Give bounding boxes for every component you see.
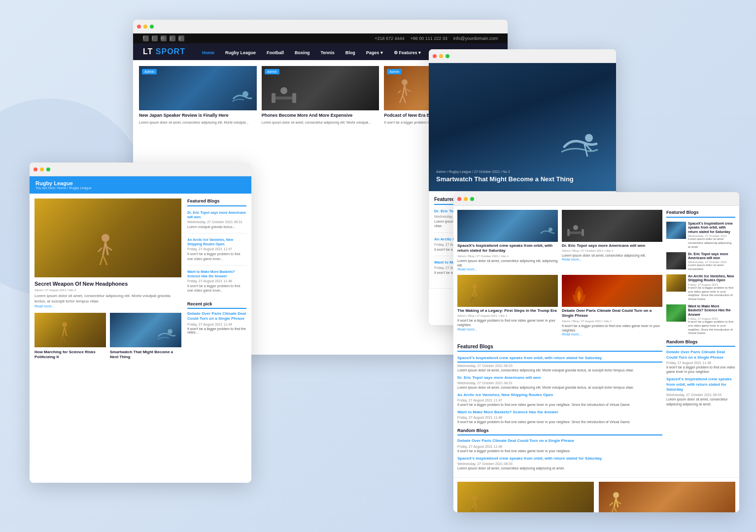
nav-item-tennis[interactable]: Tennis — [318, 47, 336, 56]
br-sb-random-date-2: Wednesday, 27 October 2021 08:33 — [666, 393, 735, 397]
br-sb-item-1: SpaceX's Inspiration4 crew speaks from o… — [666, 222, 735, 249]
random-blog-date-1: Friday, 27 August 2021 11:48 — [457, 445, 662, 448]
fb-post1-title[interactable]: SpaceX's Inspiration4 crew speaks from o… — [457, 356, 662, 363]
nav-item-rugby[interactable]: Rugby League — [223, 47, 258, 56]
br-sb-random-date-1: Friday, 27 August 2021 11:48 — [666, 361, 735, 365]
nav-item-blog[interactable]: Blog — [344, 47, 357, 56]
logo-prefix: LT — [143, 47, 156, 56]
main-article-title: Secret Weapon Of New Headphones — [34, 280, 181, 287]
br-sb-random: Random Blogs Debate Over Paris Climate D… — [666, 339, 735, 406]
rugby-content: Secret Weapon Of New Headphones Admin / … — [30, 194, 251, 366]
br-sb-item-4: Want to Make More Baskets? Science Has t… — [666, 304, 735, 335]
dot-red[interactable] — [137, 25, 141, 29]
browser-chrome-br — [453, 192, 739, 206]
svg-point-15 — [472, 284, 477, 289]
dot-green-bl[interactable] — [46, 167, 50, 171]
nav-item-home[interactable]: Home — [200, 47, 216, 56]
dot-green-r[interactable] — [446, 54, 449, 58]
br-post-1: SpaceX's Inspiration4 crew speaks from o… — [457, 210, 558, 271]
dot-yellow-bl[interactable] — [40, 167, 44, 171]
swimmer-icon-1 — [228, 89, 253, 106]
small-post-1: How Marching for Science Risks Politiciz… — [34, 313, 106, 362]
br-right-sidebar: Featured Blogs SpaceX's Inspiration4 cre… — [666, 210, 735, 473]
rugby-fb-date-1: Wednesday, 27 October 2021 08:31 — [187, 220, 246, 224]
svg-point-14 — [573, 225, 578, 230]
small-post-img-2 — [110, 313, 181, 347]
nav-link-pages[interactable]: Pages ▾ — [364, 49, 385, 56]
rugby-fb-title: Featured Blogs — [187, 199, 246, 206]
rugby-breadcrumb: You are here: Home / Rugby League — [35, 186, 245, 190]
logo: LT SPORT — [143, 47, 185, 56]
nav-link-tennis[interactable]: Tennis — [318, 49, 336, 56]
rugby-fb-post-1: Dr. Eric Topol says more Americans will … — [187, 210, 246, 233]
youtube-icon[interactable]: y — [170, 35, 175, 41]
phone1: +218 672 4444 — [375, 36, 404, 41]
dot-green-br[interactable] — [470, 197, 474, 201]
br-post-meta-2: Admin / Blog / 27 October 2021 / Hits 1 — [562, 249, 662, 252]
br-post-img-3 — [457, 275, 558, 307]
nav-link-rugby[interactable]: Rugby League — [223, 49, 258, 56]
nav-link-boxing[interactable]: Boxing — [293, 49, 312, 56]
rugby-fb-post-title-2[interactable]: An Arctic Ice Vanishes, New Shipping Rou… — [187, 237, 246, 246]
post-title-2: Phones Become More And More Expensive — [262, 113, 379, 119]
svg-rect-13 — [570, 232, 582, 234]
nav-item-football[interactable]: Football — [265, 47, 286, 56]
post-card-2: Admin Phones Become More And More Expens… — [262, 66, 379, 125]
br-sb-img-4 — [666, 304, 686, 322]
fb-post4-title[interactable]: Want to Make More Baskets? Science Has t… — [457, 410, 662, 414]
browser-chrome-right — [429, 49, 616, 63]
nav-link-features[interactable]: ⚙ Features ▾ — [392, 49, 423, 56]
br-post-4: Debate Over Paris Climate Deal Could Tur… — [562, 275, 662, 336]
br-post-img-4 — [562, 275, 662, 307]
rugby-fb-post-title-1[interactable]: Dr. Eric Topol says more Americans will … — [187, 210, 246, 219]
dot-yellow[interactable] — [143, 25, 147, 29]
br-read-more-1[interactable]: Read more... — [457, 267, 558, 271]
top-bar: f t in y p +218 672 4444 +86 00 111 222 … — [133, 33, 508, 43]
br-post-title-3: The Making of a Legacy: First Steps in t… — [457, 308, 558, 313]
nav-link-home[interactable]: Home — [200, 49, 216, 56]
rugby-fb-excerpt-2: It won't be a bigger problem to find one… — [187, 252, 246, 261]
recent-pick-section: Recent pick Debate Over Paris Climate De… — [187, 301, 246, 334]
random-blogs-section: Random Blogs Debate Over Paris Climate D… — [457, 428, 662, 470]
facebook-icon[interactable]: f — [143, 35, 149, 41]
dot-yellow-br[interactable] — [464, 197, 468, 201]
nav-item-features[interactable]: ⚙ Features ▾ — [392, 47, 423, 56]
pinterest-icon[interactable]: p — [178, 35, 184, 41]
br-sb-random-link-2[interactable]: SpaceX's Inspiration4 crew speaks from o… — [666, 377, 735, 392]
fb-post3-date: Friday, 27 August 2021 11:47 — [457, 399, 662, 402]
nav-item-boxing[interactable]: Boxing — [293, 47, 312, 56]
nav-link-blog[interactable]: Blog — [344, 49, 357, 56]
br-read-more-4[interactable]: Read more... — [562, 332, 662, 336]
br-sb-text-2: Dr. Eric Topol says more Americans will … — [688, 252, 735, 271]
nav-item-pages[interactable]: Pages ▾ — [364, 47, 385, 56]
browser-bottom-left: Rugby League You are here: Home / Rugby … — [30, 163, 251, 483]
dot-red-r[interactable] — [433, 54, 437, 58]
random-blog-link-2[interactable]: SpaceX's Inspiration4 crew speaks from o… — [457, 456, 662, 461]
br-read-more-2[interactable]: Read more... — [562, 258, 662, 261]
br-sb-img-2 — [666, 252, 686, 269]
random-blog-link-1[interactable]: Debate Over Paris Climate Deal Could Tur… — [457, 438, 662, 443]
dot-red-bl[interactable] — [34, 167, 37, 171]
br-post-excerpt-4: It won't be a bigger problem to find one… — [562, 324, 662, 332]
nav-link-football[interactable]: Football — [265, 49, 286, 56]
main-article-meta: Admin / 27 August 2021 / Hits 3 — [34, 289, 181, 292]
twitter-icon[interactable]: t — [152, 35, 158, 41]
random-blog-date-2: Wednesday, 27 October 2021 08:33 — [457, 462, 662, 466]
small-post-img-1 — [34, 313, 106, 347]
dot-red-br[interactable] — [457, 197, 461, 201]
recent-post-link[interactable]: Debate Over Paris Climate Deal Could Tur… — [187, 311, 246, 322]
swimmer-br-icon — [538, 227, 555, 240]
br-sb-random-link-1[interactable]: Debate Over Paris Climate Deal Could Tur… — [666, 350, 735, 360]
dot-green[interactable] — [150, 25, 154, 29]
svg-point-8 — [62, 322, 67, 327]
fb-post2-title[interactable]: Dr. Eric Topol says more Americans will … — [457, 375, 662, 380]
rugby-fb-post-title-3[interactable]: Want to Make More Baskets? Science Has t… — [187, 269, 246, 278]
dot-yellow-r[interactable] — [439, 54, 443, 58]
admin-tag-2: Admin — [265, 69, 279, 74]
br-read-more-3[interactable]: Read more... — [457, 328, 558, 331]
fb-post3-title[interactable]: As Arctic Ice Vanishes, New Shipping Rou… — [457, 393, 662, 397]
track-runner-icon — [606, 492, 626, 512]
svg-rect-3 — [275, 97, 292, 100]
instagram-icon[interactable]: in — [161, 35, 167, 41]
main-article-read-more[interactable]: Read more... — [34, 304, 181, 308]
